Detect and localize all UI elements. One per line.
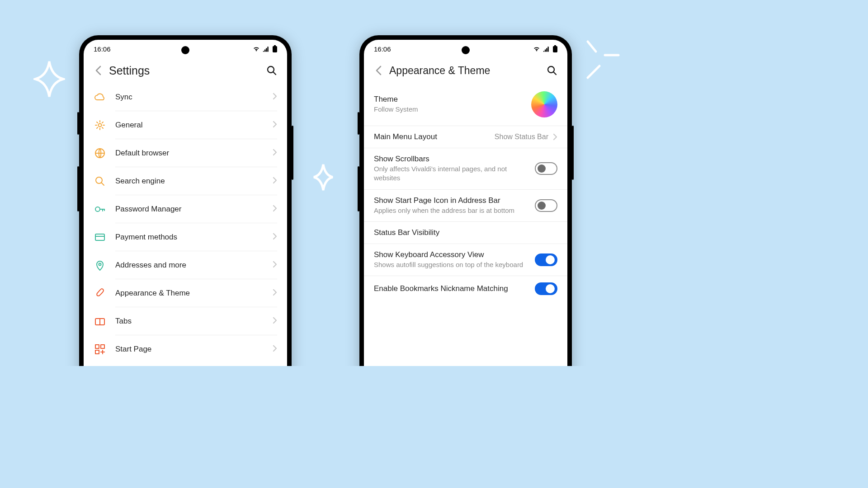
card-icon (94, 231, 106, 244)
keyboard-acc-label: Show Keyboard Accessory View (374, 250, 528, 259)
svg-rect-20 (553, 46, 557, 52)
keyboard-acc-toggle[interactable] (535, 253, 557, 266)
battery-icon (273, 45, 277, 52)
chevron-right-icon (273, 289, 277, 298)
chevron-right-icon (273, 345, 277, 354)
startpage-icon-toggle[interactable] (535, 199, 557, 212)
svg-point-11 (95, 207, 100, 211)
chevron-left-icon (375, 66, 382, 75)
bookmarks-nick-label: Enable Bookmarks Nickname Matching (374, 284, 528, 293)
grid-icon (94, 343, 106, 356)
settings-item-appearance[interactable]: Appearance & Theme (84, 279, 287, 307)
settings-item-payment[interactable]: Payment methods (84, 223, 287, 251)
settings-item-label: Appearance & Theme (106, 289, 273, 298)
row-status-bar-visibility[interactable]: Status Bar Visibility (364, 222, 567, 244)
cloud-icon (94, 91, 106, 103)
settings-item-label: Search engine (106, 177, 273, 186)
svg-rect-4 (274, 45, 276, 46)
svg-point-7 (99, 124, 102, 127)
svg-line-10 (101, 183, 104, 185)
signal-icon (543, 46, 550, 52)
row-main-menu-layout[interactable]: Main Menu Layout Show Status Bar (364, 126, 567, 148)
wifi-icon (253, 46, 260, 52)
search-icon (266, 65, 277, 76)
back-button[interactable] (370, 62, 387, 79)
page-title: Settings (106, 64, 263, 77)
page-title: Appearance & Theme (387, 65, 543, 77)
settings-item-label: Payment methods (106, 233, 273, 242)
color-wheel-icon (531, 91, 557, 117)
search-icon (94, 175, 106, 188)
svg-line-23 (553, 72, 556, 75)
front-camera (181, 46, 189, 54)
layout-value: Show Status Bar (495, 133, 548, 141)
chevron-left-icon (95, 66, 101, 75)
chevron-right-icon (273, 261, 277, 270)
settings-item-search[interactable]: Search engine (84, 167, 287, 195)
settings-item-label: Start Page (106, 345, 273, 354)
settings-item-label: Sync (106, 93, 273, 102)
chevron-right-icon (273, 177, 277, 186)
chevron-right-icon (273, 205, 277, 214)
pin-icon (94, 259, 106, 272)
theme-value: Follow System (374, 105, 524, 114)
search-button[interactable] (263, 61, 281, 80)
brush-icon (94, 287, 106, 300)
bookmarks-nick-toggle[interactable] (535, 282, 557, 295)
layout-label: Main Menu Layout (374, 132, 487, 141)
row-start-page-icon[interactable]: Show Start Page Icon in Address Bar Appl… (364, 190, 567, 222)
settings-item-general[interactable]: General (84, 111, 287, 139)
settings-item-passwords[interactable]: Password Manager (84, 195, 287, 223)
chevron-right-icon (273, 233, 277, 242)
svg-line-6 (273, 72, 276, 75)
statusbar-vis-label: Status Bar Visibility (374, 228, 550, 237)
row-show-scrollbars[interactable]: Show Scrollbars Only affects Vivaldi's i… (364, 148, 567, 190)
settings-item-tabs[interactable]: Tabs (84, 307, 287, 335)
status-time: 16:06 (374, 45, 391, 53)
status-time: 16:06 (94, 45, 111, 53)
chevron-right-icon (273, 149, 277, 158)
scrollbars-label: Show Scrollbars (374, 155, 528, 164)
scrollbars-sub: Only affects Vivaldi's internal pages, a… (374, 164, 528, 183)
back-button[interactable] (90, 62, 106, 79)
signal-icon (263, 46, 270, 52)
settings-item-sync[interactable]: Sync (84, 83, 287, 111)
settings-item-label: Tabs (106, 317, 273, 326)
wifi-icon (533, 46, 540, 52)
phone-appearance: 16:06 Appearance & Theme (359, 35, 572, 366)
svg-rect-21 (554, 45, 556, 46)
tabs-icon (94, 315, 106, 328)
svg-rect-17 (95, 345, 99, 348)
row-theme[interactable]: Theme Follow System (364, 83, 567, 126)
settings-item-label: Password Manager (106, 205, 273, 214)
key-icon (94, 203, 106, 216)
row-bookmarks-nickname[interactable]: Enable Bookmarks Nickname Matching (364, 276, 567, 301)
globe-icon (94, 147, 106, 160)
svg-rect-12 (95, 234, 104, 240)
scrollbars-toggle[interactable] (535, 162, 557, 175)
search-icon (547, 65, 557, 76)
settings-item-browser[interactable]: Default browser (84, 139, 287, 167)
settings-item-label: Default browser (106, 149, 273, 158)
settings-item-label: Addresses and more (106, 261, 273, 270)
startpage-icon-sub: Applies only when the address bar is at … (374, 206, 528, 215)
svg-rect-19 (95, 350, 99, 354)
svg-rect-3 (273, 46, 277, 52)
phone-settings: 16:06 Settings SyncGeneralDefault browse… (79, 35, 292, 366)
startpage-icon-label: Show Start Page Icon in Address Bar (374, 196, 528, 205)
theme-label: Theme (374, 95, 524, 104)
svg-rect-18 (101, 345, 104, 348)
chevron-right-icon (553, 133, 557, 141)
gear-icon (94, 119, 106, 131)
front-camera (462, 46, 470, 54)
keyboard-acc-sub: Shows autofill suggestions on top of the… (374, 260, 528, 269)
search-button[interactable] (543, 61, 561, 80)
row-keyboard-accessory[interactable]: Show Keyboard Accessory View Shows autof… (364, 244, 567, 276)
settings-item-startpage[interactable]: Start Page (84, 335, 287, 363)
chevron-right-icon (273, 317, 277, 326)
chevron-right-icon (273, 93, 277, 102)
settings-item-label: General (106, 121, 273, 130)
svg-point-14 (99, 263, 101, 266)
chevron-right-icon (273, 121, 277, 130)
settings-item-addresses[interactable]: Addresses and more (84, 251, 287, 279)
